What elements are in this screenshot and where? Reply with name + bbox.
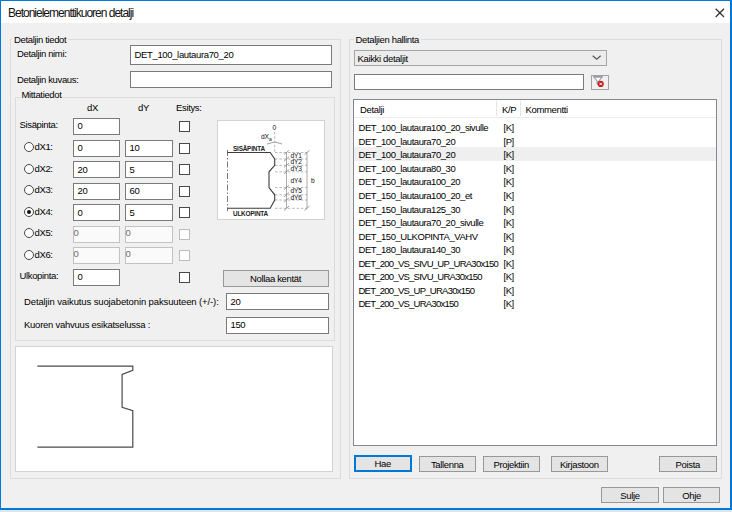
svg-text:dY6: dY6 [290,193,302,200]
svg-text:0: 0 [272,124,276,131]
svg-text:ULKOPINTA: ULKOPINTA [233,210,269,217]
svg-text:dY4: dY4 [290,176,302,183]
svg-text:a: a [269,136,272,142]
svg-text:b: b [311,176,315,183]
svg-text:dY3: dY3 [290,164,302,171]
svg-text:SISÄPINTA: SISÄPINTA [233,144,265,151]
